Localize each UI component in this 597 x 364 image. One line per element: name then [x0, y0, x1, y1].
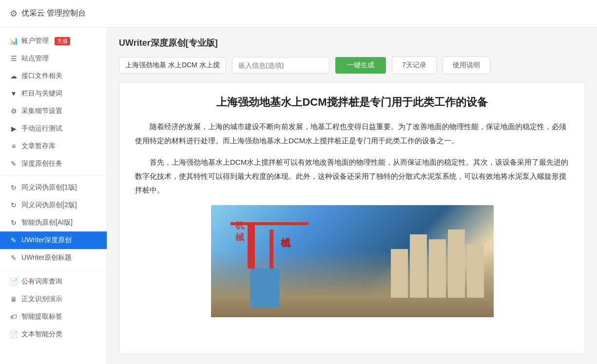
sidebar-item-classify[interactable]: 📄 文本智能分类 — [0, 326, 107, 343]
sidebar-item-label: 采集细节设置 — [21, 107, 62, 115]
article-image: 机械 — [211, 205, 494, 317]
generate-button[interactable]: 一键生成 — [335, 57, 386, 74]
building-4 — [448, 230, 465, 298]
sidebar-item-label: 接口文件相关 — [21, 72, 62, 80]
history-button[interactable]: 7天记录 — [392, 57, 437, 74]
sidebar-item-deep-original[interactable]: ✎ 深度原创任务 — [0, 155, 107, 172]
building-group — [391, 230, 484, 298]
sidebar-item-label: 智能伪原创[AI版] — [21, 218, 73, 227]
article-container: 上海强劲地基水上DCM搅拌桩是专门用于此类工作的设备 随着经济的发展，上海的城市… — [119, 82, 585, 354]
main-content: UWriter深度原创[专业版] 一键生成 7天记录 使用说明 上海强劲地基水上… — [107, 27, 597, 364]
keywords-input[interactable] — [119, 57, 226, 74]
machine-body — [250, 268, 279, 307]
sidebar-section-1: 📊 账户管理 充值 ☰ 站点管理 ☁ 接口文件相关 ▼ 栏目与关键词 ⚙ 采集细… — [0, 32, 107, 172]
embed-input[interactable] — [232, 57, 329, 74]
sidebar-item-label: 同义词伪原创[2版] — [21, 201, 77, 210]
edit-icon: ✎ — [10, 236, 18, 244]
sidebar-item-uwriter-title[interactable]: ✎ UWriter原创标题 — [0, 249, 107, 267]
sidebar: 📊 账户管理 充值 ☰ 站点管理 ☁ 接口文件相关 ▼ 栏目与关键词 ⚙ 采集细… — [0, 27, 107, 364]
building-1 — [391, 249, 408, 298]
sidebar-section-3: 📄 公有词库查询 🖥 正文识别演示 🏷 智能提取标签 📄 文本智能分类 — [0, 273, 107, 343]
refresh-icon: ↻ — [10, 184, 18, 192]
cloud-icon: ☁ — [10, 72, 18, 80]
sidebar-item-synonym1[interactable]: ↻ 同义词伪原创[1版] — [0, 179, 107, 196]
sidebar-item-manual[interactable]: ▶ 手动运行测试 — [0, 120, 107, 137]
drill-rod — [248, 225, 255, 268]
refresh-icon: ↻ — [10, 201, 18, 209]
sidebar-item-account[interactable]: 📊 账户管理 充值 — [0, 32, 107, 50]
building-3 — [429, 239, 446, 298]
stack-icon: ≡ — [10, 142, 18, 150]
refresh-icon: ↻ — [10, 219, 18, 227]
sidebar-item-tags[interactable]: 🏷 智能提取标签 — [0, 308, 107, 326]
play-icon: ▶ — [10, 125, 18, 133]
sidebar-item-site[interactable]: ☰ 站点管理 — [0, 50, 107, 67]
sidebar-item-label: 同义词伪原创[1版] — [21, 183, 77, 192]
sidebar-item-collect[interactable]: ⚙ 采集细节设置 — [0, 102, 107, 120]
list-icon: ☰ — [10, 55, 18, 62]
edit-icon: ✎ — [10, 254, 18, 262]
app-header: ⚙ 优采云 管理控制台 — [0, 0, 597, 27]
sidebar-item-synonym2[interactable]: ↻ 同义词伪原创[2版] — [0, 196, 107, 214]
sidebar-item-label: 文章暂存库 — [21, 142, 56, 151]
toolbar: 一键生成 7天记录 使用说明 — [119, 57, 585, 74]
app-name: 优采云 管理控制台 — [21, 8, 86, 19]
sidebar-item-label: 正文识别演示 — [21, 295, 62, 304]
filter-icon: ▼ — [10, 90, 18, 97]
sidebar-item-label: 栏目与关键词 — [21, 89, 62, 98]
recharge-badge: 充值 — [55, 37, 70, 45]
sidebar-item-label: 手动运行测试 — [21, 124, 62, 133]
gear-icon: ⚙ — [10, 8, 18, 19]
sidebar-item-label: 站点管理 — [21, 54, 49, 63]
sidebar-item-company-dict[interactable]: 📄 公有词库查询 — [0, 273, 107, 290]
main-layout: 📊 账户管理 充值 ☰ 站点管理 ☁ 接口文件相关 ▼ 栏目与关键词 ⚙ 采集细… — [0, 27, 597, 364]
article-scroll[interactable]: 上海强劲地基水上DCM搅拌桩是专门用于此类工作的设备 随着经济的发展，上海的城市… — [119, 82, 585, 354]
chart-icon: 📊 — [10, 37, 18, 45]
monitor-icon: 🖥 — [10, 295, 18, 303]
sidebar-item-draft[interactable]: ≡ 文章暂存库 — [0, 137, 107, 155]
sidebar-item-label: 公有词库查询 — [21, 277, 62, 286]
sidebar-item-label: 文本智能分类 — [21, 330, 62, 339]
building-2 — [410, 234, 427, 298]
edit-icon: ✎ — [10, 160, 18, 168]
article-paragraph-2: 首先，上海强劲地基水上DCM水上搅拌桩可以有效地改善地面的物理性能，从而保证地面… — [135, 155, 569, 197]
sidebar-item-label: UWriter深度原创 — [21, 236, 72, 245]
page-title: UWriter深度原创[专业版] — [119, 37, 585, 49]
doc-icon: 📄 — [10, 278, 18, 286]
article-title: 上海强劲地基水上DCM搅拌桩是专门用于此类工作的设备 — [135, 94, 569, 110]
sidebar-item-recognition[interactable]: 🖥 正文识别演示 — [0, 290, 107, 308]
sidebar-item-label: UWriter原创标题 — [21, 253, 72, 262]
settings-icon: ⚙ — [10, 107, 18, 115]
sidebar-item-label: 智能提取标签 — [21, 312, 62, 321]
doc-icon: 📄 — [10, 330, 18, 338]
sidebar-divider-2 — [0, 269, 107, 270]
sidebar-item-label: 深度原创任务 — [21, 159, 62, 168]
sidebar-section-2: ↻ 同义词伪原创[1版] ↻ 同义词伪原创[2版] ↻ 智能伪原创[AI版] ✎… — [0, 179, 107, 267]
article-paragraph-1: 随着经济的发展，上海的城市建设不断向前发展，地基工程也变得日益重要。为了改善地面… — [135, 120, 569, 148]
sidebar-divider-1 — [0, 175, 107, 176]
tag-icon: 🏷 — [10, 313, 18, 321]
sidebar-item-column[interactable]: ▼ 栏目与关键词 — [0, 85, 107, 102]
sidebar-item-label: 账户管理 — [21, 37, 49, 45]
crane-arm — [231, 222, 308, 225]
help-button[interactable]: 使用说明 — [443, 57, 490, 74]
building-5 — [467, 244, 484, 298]
sidebar-item-uwriter[interactable]: ✎ UWriter深度原创 — [0, 231, 107, 249]
sidebar-item-interface[interactable]: ☁ 接口文件相关 — [0, 67, 107, 85]
header-title: ⚙ 优采云 管理控制台 — [10, 8, 86, 19]
sidebar-item-ai[interactable]: ↻ 智能伪原创[AI版] — [0, 214, 107, 231]
